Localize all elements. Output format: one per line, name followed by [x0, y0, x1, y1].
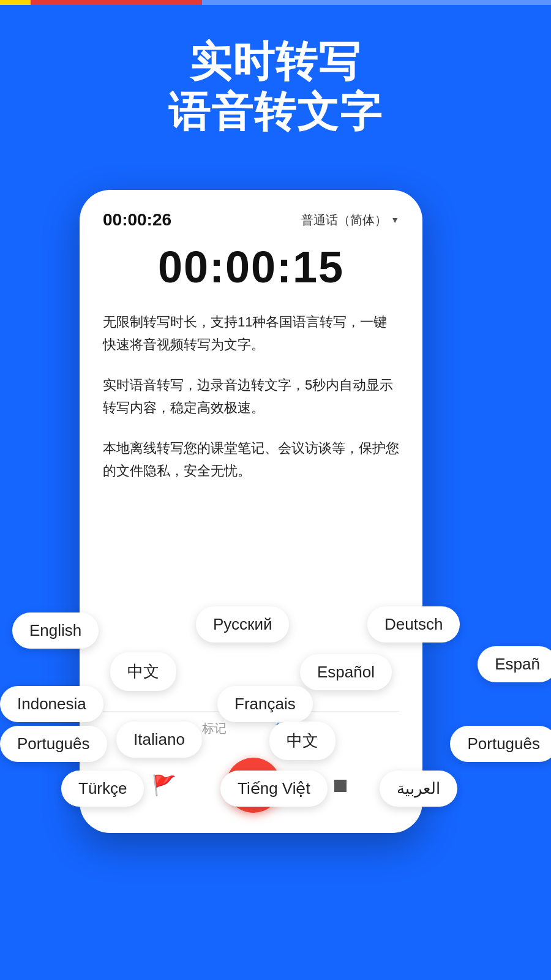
lang-selector[interactable]: 普通话（简体） ▼ — [301, 212, 399, 228]
progress-yellow — [0, 0, 31, 5]
hero-line1: 实时转写 — [0, 37, 551, 87]
lang-tag-english[interactable]: English — [12, 612, 99, 649]
lang-tag-deutsch[interactable]: Deutsch — [367, 606, 460, 643]
lang-label: 普通话（简体） — [301, 212, 387, 228]
chevron-down-icon: ▼ — [391, 215, 399, 225]
paragraph-3: 本地离线转写您的课堂笔记、会议访谈等，保护您的文件隐私，安全无忧。 — [103, 437, 399, 483]
progress-bar — [0, 0, 551, 5]
progress-red — [31, 0, 202, 5]
flag-icon[interactable]: 🚩 — [152, 774, 176, 797]
timer-large: 00:00:15 — [103, 242, 399, 292]
lang-tag-russian[interactable]: Русский — [196, 606, 289, 643]
tab-mark[interactable]: 标记 — [202, 720, 227, 737]
lang-tag-indonesia[interactable]: Indonesia — [0, 686, 103, 722]
lang-tag-espanol2[interactable]: Españ — [478, 646, 551, 682]
lang-tag-espanol[interactable]: Español — [300, 654, 392, 690]
hero-title: 实时转写 语音转文字 — [0, 37, 551, 137]
lang-tag-tieng-viet[interactable]: Tiếng Việt — [220, 771, 328, 807]
lang-tag-portugues2[interactable]: Português — [450, 726, 551, 762]
progress-white — [202, 0, 551, 5]
paragraph-2: 实时语音转写，边录音边转文字，5秒内自动显示转写内容，稳定高效极速。 — [103, 374, 399, 420]
phone-header: 00:00:26 普通话（简体） ▼ — [103, 210, 399, 230]
stop-icon[interactable]: ⏹ — [331, 774, 350, 797]
lang-tag-italiano[interactable]: Italiano — [116, 722, 202, 758]
lang-tag-francais[interactable]: Français — [217, 686, 313, 722]
lang-tag-turkce[interactable]: Türkçe — [61, 771, 144, 807]
transcription-content: 无限制转写时长，支持11种各国语言转写，一键快速将音视频转写为文字。 实时语音转… — [103, 311, 399, 711]
lang-tag-arabic[interactable]: العربية — [380, 771, 457, 807]
paragraph-1: 无限制转写时长，支持11种各国语言转写，一键快速将音视频转写为文字。 — [103, 311, 399, 356]
hero-line2: 语音转文字 — [0, 87, 551, 137]
lang-tag-portugues1[interactable]: Português — [0, 726, 107, 762]
lang-tag-chinese2[interactable]: 中文 — [269, 722, 335, 760]
timer-small: 00:00:26 — [103, 210, 171, 230]
lang-tag-chinese1[interactable]: 中文 — [110, 652, 176, 691]
